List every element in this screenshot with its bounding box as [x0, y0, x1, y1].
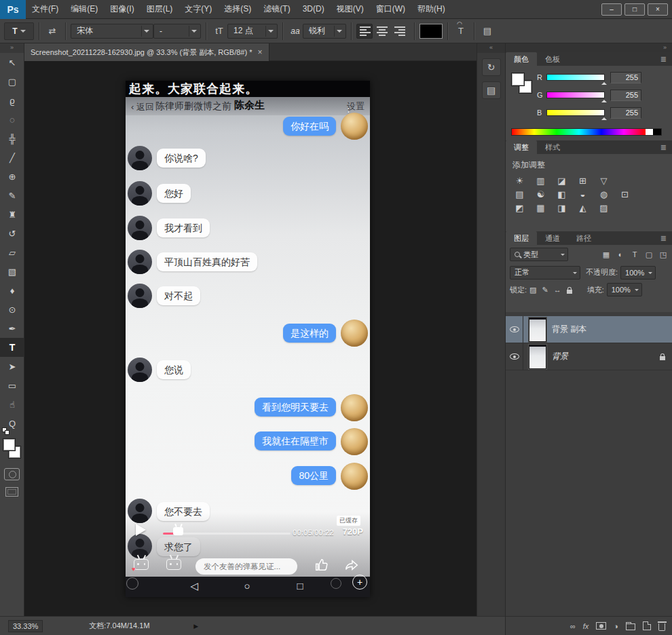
- brightness-contrast-icon[interactable]: ☀: [514, 176, 525, 186]
- slider-thumb[interactable]: [601, 79, 607, 85]
- vibrance-icon[interactable]: ▽: [598, 176, 610, 186]
- tool-path-selection[interactable]: ➤: [0, 357, 24, 376]
- layer-row-background-copy[interactable]: 背景 副本: [506, 316, 672, 343]
- quick-mask-button[interactable]: [4, 468, 20, 480]
- menu-layer[interactable]: 图层(L): [141, 0, 179, 18]
- layer-thumbnail[interactable]: [529, 345, 546, 369]
- tool-pen[interactable]: ✒: [0, 319, 24, 338]
- menu-file[interactable]: 文件(F): [26, 0, 64, 18]
- tab-layers[interactable]: 图层: [506, 231, 537, 245]
- tab-swatches[interactable]: 色板: [537, 52, 568, 66]
- layer-style-fx-icon[interactable]: fx: [583, 622, 589, 630]
- canvas[interactable]: 起来。大家联合起来。 ‹ 返回 陈律师删微博之前 陈余生 设置 ⋮ 你好在吗 你…: [24, 61, 477, 616]
- status-expand-icon[interactable]: ▶: [193, 623, 198, 630]
- minimize-button[interactable]: –: [601, 3, 622, 16]
- tab-paths[interactable]: 路径: [568, 231, 599, 245]
- menu-view[interactable]: 视图(V): [331, 0, 370, 18]
- tool-marquee[interactable]: ▢: [0, 72, 24, 91]
- document-tab[interactable]: Screenshot_20211228-162930.jpg @ 33.3% (…: [24, 43, 269, 61]
- foreground-color-swatch[interactable]: [3, 438, 16, 451]
- menu-3d[interactable]: 3D(D): [297, 0, 331, 18]
- curves-icon[interactable]: ◪: [556, 176, 567, 186]
- tool-clone-stamp[interactable]: ♜: [0, 205, 24, 224]
- filter-pixel-icon[interactable]: ▦: [601, 250, 611, 259]
- menu-window[interactable]: 窗口(W): [370, 0, 411, 18]
- red-value[interactable]: 255: [610, 72, 641, 83]
- filter-shape-icon[interactable]: ▢: [644, 250, 654, 259]
- default-colors-icon[interactable]: [2, 427, 10, 436]
- eye-icon[interactable]: [510, 326, 519, 332]
- align-center-button[interactable]: [374, 24, 390, 39]
- black-white-icon[interactable]: ◧: [556, 189, 567, 199]
- blue-slider[interactable]: [546, 109, 605, 116]
- anti-alias-select[interactable]: 锐利: [303, 24, 346, 39]
- panel-menu-icon[interactable]: ≣: [660, 231, 672, 245]
- tool-brush[interactable]: ✎: [0, 186, 24, 205]
- text-orientation-icon[interactable]: ⇄: [44, 26, 60, 36]
- properties-panel-icon[interactable]: ▤: [482, 81, 501, 99]
- tab-channels[interactable]: 通道: [537, 231, 568, 245]
- filter-adjustment-icon[interactable]: ◐: [616, 250, 625, 259]
- expand-panels-icon[interactable]: «: [477, 43, 505, 53]
- blend-mode-select[interactable]: 正常: [510, 266, 580, 280]
- tab-adjustments[interactable]: 调整: [506, 140, 537, 154]
- align-right-button[interactable]: [392, 24, 408, 39]
- tool-move[interactable]: ↖: [0, 53, 24, 72]
- invert-icon[interactable]: ◩: [514, 203, 525, 213]
- new-group-icon[interactable]: [626, 623, 635, 630]
- slider-thumb[interactable]: [601, 115, 607, 120]
- lock-all-icon[interactable]: [567, 290, 572, 294]
- history-panel-icon[interactable]: ↻: [482, 58, 501, 76]
- link-layers-icon[interactable]: ∞: [570, 622, 576, 630]
- tool-history-brush[interactable]: ↺: [0, 224, 24, 243]
- font-family-select[interactable]: 宋体: [71, 24, 153, 39]
- tool-eyedropper[interactable]: ╱: [0, 148, 24, 167]
- visibility-cell[interactable]: [506, 343, 523, 370]
- close-tab-icon[interactable]: ×: [257, 44, 262, 61]
- photo-filter-icon[interactable]: ◒: [577, 189, 589, 199]
- tool-lasso[interactable]: ϱ: [0, 91, 24, 110]
- threshold-icon[interactable]: ◨: [556, 203, 567, 213]
- screen-mode-button[interactable]: [5, 487, 18, 497]
- tool-crop[interactable]: ╬: [0, 129, 24, 148]
- lock-position-icon[interactable]: ↔: [554, 286, 561, 294]
- filter-type-icon[interactable]: T: [630, 250, 639, 259]
- menu-edit[interactable]: 编辑(E): [64, 0, 104, 18]
- tools-collapse-icon[interactable]: »: [0, 43, 24, 53]
- menu-type[interactable]: 文字(Y): [179, 0, 218, 18]
- add-mask-icon[interactable]: [596, 622, 606, 630]
- tool-preset-button[interactable]: T: [4, 22, 34, 40]
- new-layer-icon[interactable]: [643, 621, 651, 630]
- blue-value[interactable]: 255: [610, 107, 641, 119]
- panel-menu-icon[interactable]: ≣: [660, 52, 672, 66]
- lock-transparency-icon[interactable]: ▨: [529, 286, 536, 294]
- layer-row-background[interactable]: 背景: [506, 343, 672, 370]
- lock-image-icon[interactable]: ✎: [542, 286, 548, 294]
- hue-saturation-icon[interactable]: ▤: [514, 189, 525, 199]
- toggle-panels-icon[interactable]: ▤: [479, 26, 496, 36]
- tool-gradient[interactable]: ▧: [0, 262, 24, 281]
- tool-healing[interactable]: ⊕: [0, 167, 24, 186]
- font-style-select[interactable]: -: [153, 24, 201, 39]
- tab-styles[interactable]: 样式: [537, 140, 568, 154]
- fill-select[interactable]: 100%: [607, 283, 642, 296]
- menu-image[interactable]: 图像(I): [104, 0, 140, 18]
- tool-dodge[interactable]: ⊙: [0, 300, 24, 319]
- opacity-select[interactable]: 100%: [620, 266, 656, 280]
- adjustment-layer-icon[interactable]: ◑: [614, 622, 618, 630]
- tool-rectangle[interactable]: ▭: [0, 376, 24, 395]
- text-color-swatch[interactable]: [419, 24, 443, 39]
- tool-quick-selection[interactable]: ◌: [0, 110, 24, 129]
- gradient-map-icon[interactable]: ▨: [598, 203, 610, 213]
- red-slider[interactable]: [546, 74, 605, 81]
- menu-help[interactable]: 帮助(H): [411, 0, 451, 18]
- color-lookup-icon[interactable]: ⊡: [619, 189, 631, 199]
- levels-icon[interactable]: ▥: [535, 176, 546, 186]
- green-slider[interactable]: [546, 92, 605, 98]
- filter-type-select[interactable]: 类型: [510, 248, 568, 261]
- menu-filter[interactable]: 滤镜(T): [257, 0, 296, 18]
- posterize-icon[interactable]: ▦: [535, 203, 546, 213]
- font-size-select[interactable]: 12 点: [227, 24, 278, 39]
- color-spectrum-ramp[interactable]: [511, 128, 662, 136]
- filter-smart-icon[interactable]: ◳: [658, 250, 668, 259]
